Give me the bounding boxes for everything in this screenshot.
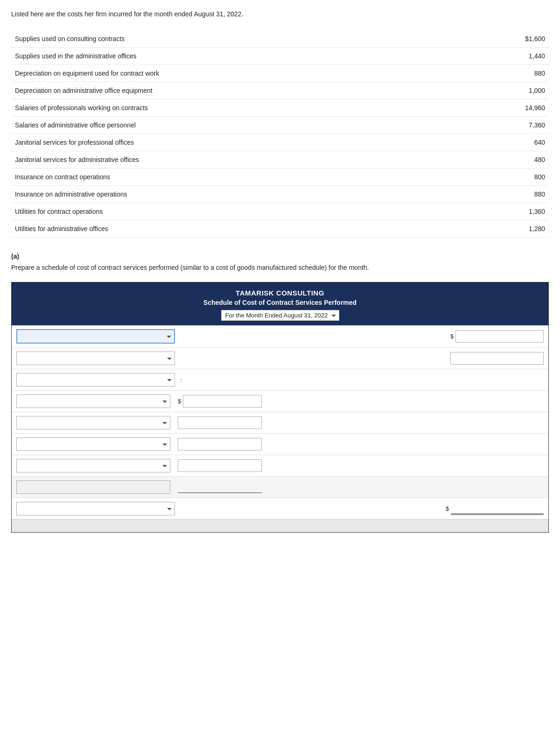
row1-input[interactable] <box>455 330 544 343</box>
cost-item-row: Utilities for administrative offices1,28… <box>11 220 549 238</box>
cost-item-label: Insurance on administrative operations <box>11 186 334 203</box>
cost-item-value: 800 <box>334 169 549 186</box>
date-select[interactable]: For the Month Ended August 31, 2022For t… <box>221 310 339 321</box>
cost-item-label: Supplies used on consulting contracts <box>11 30 334 48</box>
row4-input[interactable] <box>183 395 262 408</box>
schedule-header: TAMARISK CONSULTING Schedule of Cost of … <box>12 282 548 325</box>
cost-item-value: 880 <box>334 65 549 82</box>
cost-item-row: Depreciation on administrative office eq… <box>11 82 549 99</box>
cost-item-value: 7,360 <box>334 117 549 134</box>
row6-input[interactable] <box>178 438 262 450</box>
cost-item-value: 880 <box>334 186 549 203</box>
section-a-instruction: Prepare a schedule of cost of contract s… <box>11 263 549 273</box>
cost-item-row: Supplies used on consulting contracts$1,… <box>11 30 549 48</box>
row2-select[interactable] <box>16 352 175 365</box>
schedule-body: $ : <box>12 325 548 532</box>
cost-item-label: Utilities for administrative offices <box>11 220 334 238</box>
row5-input[interactable] <box>178 416 262 429</box>
cost-item-row: Salaries of administrative office person… <box>11 117 549 134</box>
cost-item-label: Salaries of administrative office person… <box>11 117 334 134</box>
row7-select[interactable] <box>16 459 170 472</box>
schedule-row-1: $ <box>12 325 548 348</box>
cost-item-value: 1,000 <box>334 82 549 99</box>
cost-item-row: Janitorial services for administrative o… <box>11 151 549 169</box>
cost-item-value: 1,440 <box>334 48 549 65</box>
row3-select[interactable] <box>16 373 175 387</box>
row9-select-wrapper[interactable] <box>16 502 175 515</box>
schedule-title-sub: Schedule of Cost of Contract Services Pe… <box>16 299 544 306</box>
row4-select-wrapper[interactable] <box>16 394 170 408</box>
row3-select-wrapper[interactable] <box>16 373 175 387</box>
cost-item-label: Depreciation on administrative office eq… <box>11 82 334 99</box>
schedule-row-7 <box>12 455 548 477</box>
section-a-label: (a) <box>11 253 549 260</box>
cost-item-label: Insurance on contract operations <box>11 169 334 186</box>
schedule-row-6 <box>12 434 548 455</box>
row3-colon: : <box>179 376 183 384</box>
row8-input-mid[interactable] <box>178 482 262 493</box>
row5-select[interactable] <box>16 416 170 429</box>
schedule-row-3: : <box>12 369 548 391</box>
row1-select-wrapper[interactable] <box>16 329 175 344</box>
section-a: (a) Prepare a schedule of cost of contra… <box>11 253 549 273</box>
row9-dollar: $ <box>446 505 449 512</box>
cost-item-row: Depreciation on equipment used for contr… <box>11 65 549 82</box>
cost-item-label: Janitorial services for administrative o… <box>11 151 334 169</box>
cost-item-label: Depreciation on equipment used for contr… <box>11 65 334 82</box>
schedule-container: TAMARISK CONSULTING Schedule of Cost of … <box>11 282 549 533</box>
schedule-bottom-bar <box>12 519 548 532</box>
schedule-row-9: $ <box>12 498 548 519</box>
cost-item-value: $1,600 <box>334 30 549 48</box>
intro-text: Listed here are the costs her firm incur… <box>11 9 549 19</box>
row4-select[interactable] <box>16 394 170 408</box>
cost-item-label: Janitorial services for professional off… <box>11 134 334 151</box>
row7-select-wrapper[interactable] <box>16 459 170 472</box>
cost-item-value: 1,360 <box>334 203 549 220</box>
row8-select[interactable] <box>16 480 170 494</box>
schedule-row-5 <box>12 412 548 434</box>
row6-select-wrapper[interactable] <box>16 437 170 451</box>
row8-select-wrapper[interactable] <box>16 480 170 494</box>
cost-item-value: 1,280 <box>334 220 549 238</box>
row2-input[interactable] <box>450 352 544 365</box>
cost-item-row: Insurance on contract operations800 <box>11 169 549 186</box>
cost-item-value: 640 <box>334 134 549 151</box>
row4-dollar: $ <box>178 398 181 405</box>
row9-input[interactable] <box>451 503 544 515</box>
row1-dollar: $ <box>450 333 454 340</box>
row7-input[interactable] <box>178 459 262 472</box>
cost-item-label: Salaries of professionals working on con… <box>11 99 334 117</box>
cost-item-row: Supplies used in the administrative offi… <box>11 48 549 65</box>
schedule-row-2 <box>12 348 548 369</box>
schedule-row-8 <box>12 477 548 498</box>
row9-select[interactable] <box>16 502 175 515</box>
cost-item-row: Salaries of professionals working on con… <box>11 99 549 117</box>
schedule-title-main: TAMARISK CONSULTING <box>16 289 544 297</box>
date-select-wrapper[interactable]: For the Month Ended August 31, 2022For t… <box>221 310 339 321</box>
cost-item-value: 14,960 <box>334 99 549 117</box>
row2-select-wrapper[interactable] <box>16 352 175 365</box>
schedule-row-4: $ <box>12 391 548 412</box>
row5-select-wrapper[interactable] <box>16 416 170 429</box>
cost-item-row: Insurance on administrative operations88… <box>11 186 549 203</box>
cost-item-row: Utilities for contract operations1,360 <box>11 203 549 220</box>
row1-select[interactable] <box>16 329 175 344</box>
cost-item-label: Utilities for contract operations <box>11 203 334 220</box>
row6-select[interactable] <box>16 437 170 451</box>
cost-item-label: Supplies used in the administrative offi… <box>11 48 334 65</box>
cost-table: Supplies used on consulting contracts$1,… <box>11 30 549 238</box>
cost-item-row: Janitorial services for professional off… <box>11 134 549 151</box>
cost-item-value: 480 <box>334 151 549 169</box>
